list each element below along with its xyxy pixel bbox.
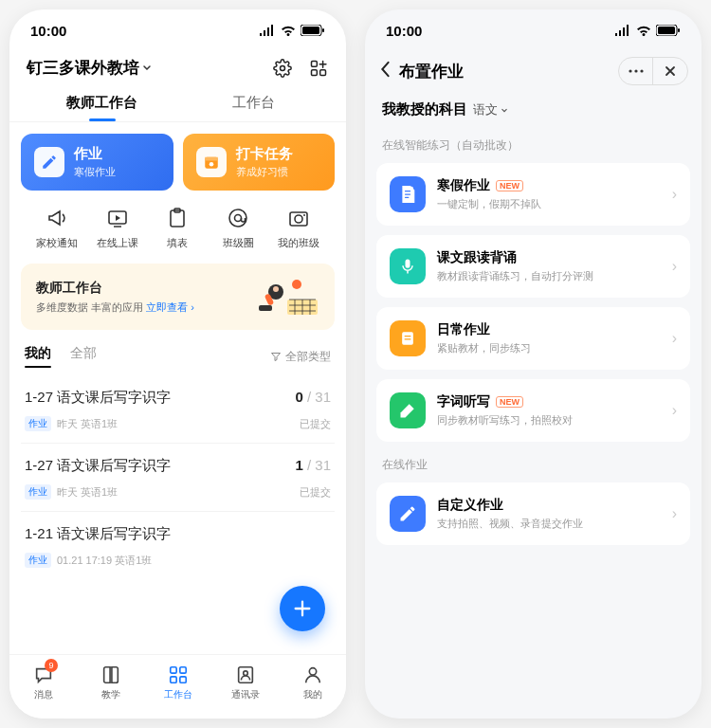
add-app-button[interactable] xyxy=(308,58,329,79)
header-actions xyxy=(272,58,329,79)
card-texts: 课文跟读背诵 教材跟读背诵练习，自动打分评测 xyxy=(437,249,661,283)
quick-label: 填表 xyxy=(167,236,188,250)
nav-label: 教学 xyxy=(101,688,120,701)
svg-point-16 xyxy=(303,214,305,216)
svg-point-8 xyxy=(209,162,213,167)
assignment-type-item[interactable]: 寒假作业NEW 一键定制，假期不掉队 › xyxy=(376,163,690,226)
status-bar: 10:00 xyxy=(365,9,702,51)
homework-item[interactable]: 1-27 语文课后写字识字 1 / 31 作业 昨天 英语1班 已提交 xyxy=(21,443,335,511)
card-sub: 教材跟读背诵练习，自动打分评测 xyxy=(437,269,661,283)
org-name: 钉三多课外教培 xyxy=(27,57,139,79)
filter-type-select[interactable]: 全部类型 xyxy=(270,349,331,365)
nav-item-contact[interactable]: 通讯录 xyxy=(211,655,279,709)
contact-icon xyxy=(234,664,257,686)
homework-meta: 作业 01.21 17:19 英语1班 xyxy=(25,553,152,568)
nav-item-chat[interactable]: 9消息 xyxy=(9,655,77,709)
checkin-card[interactable]: 打卡任务 养成好习惯 xyxy=(183,134,336,191)
svg-point-19 xyxy=(273,286,279,292)
section-label: 在线智能练习（自动批改） xyxy=(365,132,702,163)
subject-row: 我教授的科目 语文 xyxy=(365,95,702,132)
main-content: 作业 寒假作业 打卡任务 养成好习惯 家校通知在线上课填表班级圈我的班级 教师工… xyxy=(9,122,346,654)
subject-value: 语文 xyxy=(473,101,498,118)
card-title: 日常作业 xyxy=(437,321,490,338)
person-icon xyxy=(301,664,324,686)
assignment-type-item[interactable]: 字词听写NEW 同步教材听写练习，拍照校对 › xyxy=(376,379,690,442)
homework-sub: 昨天 英语1班 xyxy=(57,417,118,431)
nav-item-grid[interactable]: 工作台 xyxy=(144,655,211,709)
feature-cards: 作业 寒假作业 打卡任务 养成好习惯 xyxy=(21,134,335,191)
back-button[interactable] xyxy=(378,61,392,82)
tab-workbench[interactable]: 工作台 xyxy=(178,86,330,121)
photo-gear-icon xyxy=(286,206,311,230)
fab-add[interactable] xyxy=(280,586,325,631)
status-icons xyxy=(259,23,325,39)
plus-icon xyxy=(292,598,313,619)
subject-select[interactable]: 语文 xyxy=(473,101,509,118)
svg-point-34 xyxy=(634,69,637,72)
homework-item[interactable]: 1-21 语文课后写字识字 作业 01.21 17:19 英语1班 xyxy=(21,511,335,579)
more-button[interactable] xyxy=(619,58,653,84)
banner-text: 教师工作台 多维度数据 丰富的应用 立即查看 › xyxy=(36,280,194,315)
banner-link[interactable]: 立即查看 › xyxy=(146,301,194,313)
page-title: 布置作业 xyxy=(399,61,464,82)
homework-title: 1-21 语文课后写字识字 xyxy=(25,525,171,543)
card-title: 寒假作业 xyxy=(437,177,490,194)
banner-sub-text: 多维度数据 丰富的应用 xyxy=(36,301,143,313)
assignment-type-item[interactable]: 课文跟读背诵 教材跟读背诵练习，自动打分评测 › xyxy=(376,235,690,298)
assignment-type-item[interactable]: 日常作业 紧贴教材，同步练习 › xyxy=(376,307,690,370)
homework-item[interactable]: 1-27 语文课后写字识字 0 / 31 作业 昨天 英语1班 已提交 xyxy=(21,375,335,443)
banner-title: 教师工作台 xyxy=(36,280,194,297)
header-pill xyxy=(618,57,688,85)
filter-mine[interactable]: 我的 xyxy=(25,345,51,368)
card-texts: 日常作业 紧贴教材，同步练习 xyxy=(437,321,661,355)
svg-point-15 xyxy=(295,215,302,223)
nav-item-book[interactable]: 教学 xyxy=(77,655,144,709)
quick-item-play-screen[interactable]: 在线上课 xyxy=(87,206,148,250)
play-screen-icon xyxy=(105,206,130,230)
clipboard-icon xyxy=(165,206,190,230)
tab-teacher-workbench[interactable]: 教师工作台 xyxy=(27,86,178,121)
checkin-title: 打卡任务 xyxy=(236,145,293,163)
signal-icon xyxy=(259,23,276,39)
nav-label: 消息 xyxy=(34,688,53,701)
svg-rect-22 xyxy=(259,305,272,311)
quick-item-photo-gear[interactable]: 我的班级 xyxy=(268,206,329,250)
circle-at-icon xyxy=(226,206,250,230)
bottom-nav: 9消息教学工作台通讯录我的 xyxy=(9,654,346,719)
chevron-right-icon: › xyxy=(672,330,677,347)
checkin-sub: 养成好习惯 xyxy=(236,165,293,179)
close-button[interactable] xyxy=(653,58,687,84)
svg-point-13 xyxy=(235,215,242,222)
svg-point-21 xyxy=(292,280,301,289)
svg-rect-3 xyxy=(312,61,318,66)
banner[interactable]: 教师工作台 多维度数据 丰富的应用 立即查看 › xyxy=(21,264,335,330)
chevron-right-icon: › xyxy=(672,505,677,522)
mic-icon xyxy=(390,248,426,284)
status-bar: 10:00 xyxy=(9,9,346,51)
nav-item-person[interactable]: 我的 xyxy=(279,655,346,709)
homework-count: 0 / 31 xyxy=(295,389,331,405)
main-tabs: 教师工作台 工作台 xyxy=(9,86,346,122)
megaphone-icon xyxy=(45,206,69,230)
header-left: 布置作业 xyxy=(378,61,464,82)
svg-point-28 xyxy=(243,670,247,675)
chevron-right-icon: › xyxy=(672,258,677,275)
quick-label: 班级圈 xyxy=(223,236,254,250)
filter-type-label: 全部类型 xyxy=(285,349,331,365)
svg-rect-32 xyxy=(678,28,680,32)
filter-all[interactable]: 全部 xyxy=(70,345,97,368)
quick-item-circle-at[interactable]: 班级圈 xyxy=(208,206,268,250)
section-label: 在线作业 xyxy=(365,451,702,482)
new-badge: NEW xyxy=(496,396,523,408)
homework-card[interactable]: 作业 寒假作业 xyxy=(21,134,173,191)
homework-status: 已提交 xyxy=(300,485,331,500)
assignment-type-item[interactable]: 自定义作业 支持拍照、视频、录音提交作业 › xyxy=(376,482,690,545)
svg-rect-37 xyxy=(406,260,410,268)
quick-item-megaphone[interactable]: 家校通知 xyxy=(27,206,87,250)
subject-label: 我教授的科目 xyxy=(382,100,467,118)
svg-rect-24 xyxy=(179,666,185,672)
org-switcher[interactable]: 钉三多课外教培 xyxy=(27,57,153,79)
settings-button[interactable] xyxy=(272,58,293,79)
quick-item-clipboard[interactable]: 填表 xyxy=(148,206,209,250)
svg-rect-2 xyxy=(322,28,324,32)
